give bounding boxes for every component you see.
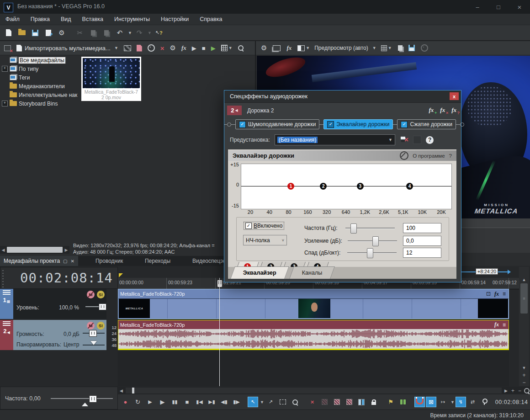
remove-fx-button[interactable]: fx× [440, 106, 445, 114]
tab-project-media[interactable]: Медиафайлы проекта ▢ ✕ [0, 256, 78, 266]
video-event-body[interactable]: METALLICA [118, 298, 509, 319]
preset-dropdown-icon[interactable]: ▼ [388, 138, 392, 142]
tree-item-tags[interactable]: +Теги [0, 73, 80, 82]
checkbox-checked-icon[interactable]: ✓ [327, 121, 334, 128]
event-menu-icon[interactable]: ≡ [503, 291, 506, 297]
filter-type-dropdown[interactable]: НЧ-полка˅ [243, 235, 287, 245]
plugin-help-button[interactable]: ? [426, 136, 434, 144]
play-from-start-button[interactable]: ▶ [144, 397, 156, 407]
track-menu-icon[interactable] [3, 321, 11, 326]
grid-dropdown-icon[interactable]: ▼ [388, 46, 392, 50]
device-preview-button[interactable] [122, 43, 132, 53]
auto-preview-button[interactable]: ▶ [210, 43, 217, 53]
scroll-up-icon[interactable]: ▲ [519, 276, 529, 283]
split-dropdown-icon[interactable]: ▼ [306, 46, 310, 50]
expander-icon[interactable]: + [2, 66, 8, 72]
stop-button[interactable]: ■ [181, 397, 193, 407]
video-event[interactable]: Metallica_FadeToBlack-720p ⊡ fx ≡ METALL… [118, 289, 509, 319]
media-fx-button[interactable]: fx [180, 43, 188, 53]
insert-region-button[interactable] [398, 397, 409, 407]
tab-explorer[interactable]: Проводник [92, 258, 136, 264]
selection-tool-button[interactable] [277, 397, 289, 407]
snapping-button[interactable] [414, 397, 425, 407]
record-button[interactable]: ● [120, 397, 131, 407]
whats-this-button[interactable]: ↖? [153, 27, 165, 39]
audio-track-tab[interactable]: 2◀ [0, 320, 13, 350]
menu-file[interactable]: Файл [0, 14, 25, 24]
insert-marker-button[interactable]: ⚑ [385, 397, 397, 407]
solo-button[interactable]: S! [97, 322, 105, 330]
search-button[interactable] [237, 43, 245, 53]
menu-view[interactable]: Вид [55, 14, 77, 24]
eq-band-2-handle[interactable]: 2 [320, 183, 327, 190]
trim-start-button[interactable] [331, 397, 343, 407]
scrollbar-thumb[interactable] [132, 388, 134, 393]
preview-play-button[interactable]: ▶ [191, 43, 198, 53]
media-clip-card[interactable]: Metallica_FadeToBlack-72 0p.mov [81, 57, 141, 101]
copy-snapshot-button[interactable] [397, 43, 404, 53]
level-slider[interactable] [85, 304, 106, 309]
dialog-title-bar[interactable]: Спецэффекты аудиодорожек x [224, 90, 461, 103]
pan-slider[interactable] [83, 342, 105, 348]
import-media-button[interactable]: Импортировать мультимедиа... ▼ [15, 43, 120, 53]
views-dropdown-icon[interactable]: ▼ [228, 46, 233, 50]
import-dropdown-icon[interactable]: ▼ [114, 46, 118, 50]
close-window-icon[interactable]: ✕ [71, 259, 74, 264]
zoom-edit-tool-button[interactable] [290, 397, 301, 407]
checkbox-checked-icon[interactable]: ✓ [401, 121, 408, 128]
delete-button[interactable]: × [307, 397, 318, 407]
minimize-button[interactable]: – [467, 0, 488, 14]
menu-tools[interactable]: Инструменты [109, 14, 155, 24]
volume-slider[interactable] [83, 330, 105, 336]
eq-band-3-handle[interactable]: 3 [357, 183, 364, 190]
properties-button[interactable]: ⚙ [56, 27, 68, 39]
transport-timecode[interactable]: 00:02:08:14 [495, 399, 528, 405]
about-link[interactable]: О программе [413, 153, 445, 159]
rate-center-marker[interactable] [82, 403, 88, 406]
dialog-close-button[interactable]: x [450, 92, 459, 100]
drag-grip-icon[interactable] [2, 269, 4, 287]
external-monitor-button[interactable] [271, 43, 282, 53]
preview-quality-label[interactable]: Предпросмотр (авто) [314, 45, 368, 51]
scroll-left-icon[interactable]: ◀ [118, 387, 125, 394]
menu-options[interactable]: Настройки [155, 14, 194, 24]
tab-transitions[interactable]: Переходы [141, 258, 185, 264]
solo-button[interactable]: S! [97, 291, 105, 298]
fx-automation-button[interactable]: fx? [451, 106, 456, 114]
eq-response-graph[interactable]: 1 2 3 4 [241, 164, 452, 209]
save-button[interactable] [29, 27, 41, 39]
menu-help[interactable]: Справка [194, 14, 228, 24]
video-track-tab[interactable]: 1▦ [0, 289, 13, 319]
play-button[interactable]: ▶ [157, 397, 168, 407]
media-properties-button[interactable]: ⚙ [169, 43, 177, 53]
tree-item-media-drives[interactable]: +Медианакопители [0, 82, 80, 90]
eq-band-4-handle[interactable]: 4 [406, 183, 413, 190]
trim-end-button[interactable] [344, 397, 355, 407]
split-button[interactable] [356, 397, 367, 407]
remove-media-button[interactable]: × [159, 43, 166, 53]
mute-button[interactable]: M [87, 322, 95, 330]
tree-item-storyboard-bins[interactable]: +Storyboard Bins [0, 99, 80, 108]
scroll-down-icon[interactable]: ▼ [519, 364, 529, 372]
envelope-tool-button[interactable]: ↗ [265, 397, 276, 407]
track-list-empty-area[interactable] [0, 350, 118, 386]
audio-event[interactable]: Metallica_FadeToBlack-720p fx ≡ [118, 320, 509, 350]
gain-slider[interactable] [348, 236, 397, 245]
edit-marker-icon[interactable] [119, 273, 123, 277]
tool-dropdown-icon[interactable]: ▼ [260, 400, 264, 404]
expander-icon[interactable]: + [2, 101, 8, 106]
undo-button[interactable]: ↶ [114, 27, 126, 39]
paste-marker-button[interactable] [479, 397, 491, 407]
loop-playback-button[interactable]: ↻ [132, 397, 143, 407]
lock-event-button[interactable] [368, 397, 380, 407]
zoom-out-track-icon[interactable]: − [519, 379, 529, 386]
close-button[interactable]: × [509, 0, 530, 14]
ripple-dropdown-icon[interactable]: ▼ [450, 400, 455, 404]
frequency-value[interactable]: 100 [403, 223, 441, 233]
go-to-end-button[interactable]: ▶▮ [206, 397, 217, 407]
pause-button[interactable]: ▮▮ [169, 397, 180, 407]
open-button[interactable] [16, 27, 28, 39]
extract-audio-button[interactable] [146, 43, 156, 53]
rate-slider[interactable] [51, 395, 113, 402]
menu-insert[interactable]: Вставка [77, 14, 109, 24]
